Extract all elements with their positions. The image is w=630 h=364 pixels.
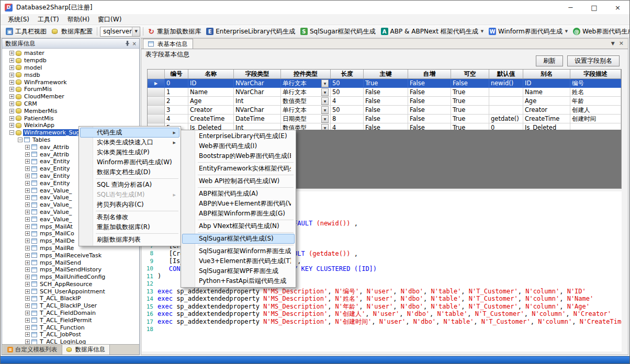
maximize-button[interactable]: □ xyxy=(582,1,606,14)
grid-cell[interactable]: Int xyxy=(234,123,281,130)
expand-toggle-icon[interactable]: + xyxy=(25,145,30,150)
web-codegen-button[interactable]: @Web界面代码生成▼ xyxy=(570,26,630,37)
menu-window[interactable]: 窗口(W) xyxy=(94,14,126,25)
context-menu-item[interactable]: SQL 查询分析器(A) xyxy=(80,180,179,190)
tab-custom-templates[interactable]: ≣ 自定义模板列表 xyxy=(3,345,62,355)
grid-cell[interactable]: Int xyxy=(234,97,281,106)
submenu-item[interactable]: ABP框架代码生成(A) xyxy=(182,189,295,199)
expand-toggle-icon[interactable]: + xyxy=(25,289,30,294)
expand-toggle-icon[interactable]: + xyxy=(25,311,30,315)
tree-item[interactable]: +model xyxy=(2,64,139,72)
grid-cell[interactable]: 日期类型▼ xyxy=(281,115,331,123)
expand-toggle-icon[interactable]: + xyxy=(9,58,14,63)
grid-cell[interactable] xyxy=(489,97,523,106)
grid-cell[interactable]: 50 xyxy=(331,106,364,115)
context-menu-item[interactable]: 代码生成▶ xyxy=(80,128,179,138)
grid-cell[interactable]: Age xyxy=(523,97,570,106)
enterpriselibrary-codegen-button[interactable]: EEnterpriseLibrary代码生成 xyxy=(204,26,298,37)
submenu-item[interactable]: EnterpriseLibrary代码生成(E) xyxy=(182,131,295,141)
grid-header-cell[interactable]: 主键 xyxy=(364,70,408,79)
context-menu-item[interactable]: SQL语句生成(M)▶ xyxy=(80,190,179,200)
expand-toggle-icon[interactable]: + xyxy=(25,210,30,214)
submenu-item[interactable]: Web API控制器代码生成(W) xyxy=(182,176,295,186)
submenu-item[interactable]: EntityFramework实体框架代码生成(F) xyxy=(182,164,295,174)
expand-toggle-icon[interactable]: + xyxy=(9,94,14,99)
grid-cell[interactable]: 50 xyxy=(331,88,364,97)
submenu-item[interactable]: ABP的Vue+Element界面代码(V) xyxy=(182,199,295,209)
menu-tools[interactable]: 工具(T) xyxy=(33,14,63,25)
grid-cell[interactable]: 4 xyxy=(331,97,364,106)
tree-item[interactable]: +SCH_UserAppointment xyxy=(2,288,139,295)
grid-cell[interactable]: Name xyxy=(523,88,570,97)
grid-cell[interactable]: False xyxy=(408,88,451,97)
grid-header-cell[interactable]: 可空 xyxy=(451,70,489,79)
sqlsugar-codegen-button[interactable]: SSqlSugar框架代码生成 xyxy=(298,26,378,37)
submenu-item[interactable]: SqlSugar框架代码生成(S) xyxy=(182,234,295,244)
grid-cell[interactable]: True xyxy=(451,88,489,97)
grid-row[interactable]: 2AgeInt数值类型▼4FalseFalseTrueAge年龄 xyxy=(148,97,621,106)
grid-cell[interactable]: False xyxy=(364,115,408,123)
context-menu-item[interactable]: 实体类生成快速入口▶ xyxy=(80,138,179,147)
expand-toggle-icon[interactable]: + xyxy=(25,195,30,200)
grid-cell[interactable]: 创建人 xyxy=(570,106,621,115)
close-document-icon[interactable]: × xyxy=(619,40,624,47)
grid-cell[interactable]: NVarChar xyxy=(234,88,281,97)
expand-toggle-icon[interactable]: + xyxy=(25,231,30,236)
expand-toggle-icon[interactable]: + xyxy=(25,238,30,243)
grid-header-cell[interactable]: 默认值 xyxy=(489,70,523,79)
grid-row[interactable]: 5Is_DeletedInt数值类型▼4FalseFalseTrue0Is_De… xyxy=(148,123,621,130)
grid-cell[interactable]: 数值类型▼ xyxy=(281,97,331,106)
combo-dropdown-icon[interactable]: ▼ xyxy=(321,106,329,114)
grid-row[interactable]: ▶0IDNVarChar单行文本▼50TrueFalseFalsenewid()… xyxy=(148,79,621,88)
minimize-button[interactable]: ─ xyxy=(559,1,582,14)
context-menu-item[interactable]: 表别名修改 xyxy=(80,212,179,222)
expand-toggle-icon[interactable]: + xyxy=(25,202,30,207)
grid-cell[interactable]: 4 xyxy=(165,115,188,123)
tree-item[interactable]: +mps_MailSendHistory xyxy=(2,266,139,274)
grid-cell[interactable]: False xyxy=(364,97,408,106)
expand-toggle-icon[interactable]: + xyxy=(25,318,30,323)
tree-item[interactable]: +CloudMember xyxy=(2,93,139,100)
grid-cell[interactable]: ID xyxy=(523,79,570,88)
expand-toggle-icon[interactable]: + xyxy=(25,152,30,157)
grid-cell[interactable] xyxy=(570,123,621,130)
tree-item[interactable]: +T_ACL_FieldPermit xyxy=(2,316,139,324)
tree-item[interactable]: +msdb xyxy=(2,71,139,78)
grid-cell[interactable]: 单行文本▼ xyxy=(281,79,331,88)
expand-toggle-icon[interactable]: + xyxy=(9,87,14,92)
submenu-item[interactable]: Python+FastApi后端代码生成 xyxy=(182,276,295,286)
grid-cell[interactable]: 创建时间 xyxy=(570,115,621,123)
context-menu-item[interactable]: 拷贝列表内容(C) xyxy=(80,200,179,210)
grid-cell[interactable]: True xyxy=(451,97,489,106)
grid-cell[interactable]: 数值类型▼ xyxy=(281,123,331,130)
chevron-down-icon[interactable]: ▼ xyxy=(132,27,140,36)
submenu-item[interactable]: Web界面代码生成(I) xyxy=(182,141,295,151)
expand-toggle-icon[interactable]: + xyxy=(9,73,14,77)
db-type-combo[interactable]: sqlserver▼ xyxy=(100,27,140,37)
expand-toggle-icon[interactable]: + xyxy=(9,80,14,85)
grid-cell[interactable]: CreateTime xyxy=(188,115,234,123)
submenu-item[interactable]: Bootstrap的Web界面代码生成(B) xyxy=(182,151,295,161)
row-header-cell[interactable] xyxy=(148,106,165,115)
grid-cell[interactable]: 年龄 xyxy=(570,97,621,106)
grid-cell[interactable]: 单行文本▼ xyxy=(281,106,331,115)
expand-toggle-icon[interactable]: + xyxy=(25,246,30,251)
grid-cell[interactable]: True xyxy=(451,115,489,123)
grid-cell[interactable]: Creator xyxy=(523,106,570,115)
tree-item[interactable]: +T_ACL_Function xyxy=(2,324,139,331)
grid-cell[interactable]: True xyxy=(451,106,489,115)
combo-dropdown-icon[interactable]: ▼ xyxy=(321,79,329,87)
grid-cell[interactable]: Name xyxy=(188,88,234,97)
grid-cell[interactable] xyxy=(489,106,523,115)
grid-header-cell[interactable]: 控件类型 xyxy=(281,70,331,79)
tree-item[interactable]: +T_ACL_BlackIP xyxy=(2,295,139,302)
expand-toggle-icon[interactable]: − xyxy=(18,138,22,142)
db-config-button[interactable]: 数据库配置 xyxy=(49,26,95,37)
grid-cell[interactable]: ID xyxy=(188,79,234,88)
grid-row[interactable]: 3CreatorNVarChar单行文本▼50FalseFalseTrueCre… xyxy=(148,106,621,115)
grid-cell[interactable]: Is_Deleted xyxy=(188,123,234,130)
toolbar-view-button[interactable]: ▣工具栏视图 xyxy=(3,26,49,37)
grid-cell[interactable]: False xyxy=(408,123,451,130)
grid-header-cell[interactable]: 别名 xyxy=(523,70,570,79)
expand-toggle-icon[interactable]: + xyxy=(25,339,30,344)
